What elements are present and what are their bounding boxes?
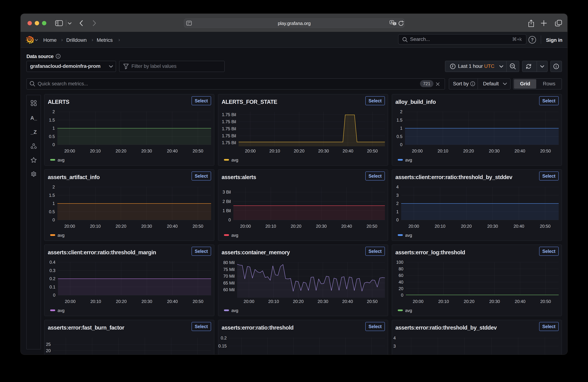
svg-text:20:30: 20:30 (489, 149, 500, 153)
svg-text:80: 80 (399, 267, 403, 271)
svg-text:70 Mil: 70 Mil (223, 274, 235, 279)
svg-text:3: 3 (396, 193, 399, 198)
svg-text:20:40: 20:40 (342, 149, 353, 153)
svg-text:1: 1 (52, 126, 55, 131)
svg-text:2 Bil: 2 Bil (223, 199, 231, 204)
svg-text:20:40: 20:40 (167, 299, 178, 304)
svg-text:20:00: 20:00 (64, 224, 75, 229)
svg-text:1: 1 (52, 201, 55, 206)
svg-text:20:00: 20:00 (245, 149, 256, 153)
svg-text:20:30: 20:30 (316, 224, 327, 229)
svg-text:20:40: 20:40 (342, 299, 353, 304)
svg-text:2: 2 (52, 109, 55, 114)
svg-text:20: 20 (399, 286, 403, 291)
svg-text:25: 25 (46, 342, 51, 347)
svg-text:20:30: 20:30 (142, 299, 152, 304)
svg-text:avg: avg (405, 233, 412, 238)
svg-text:1.75 Bil: 1.75 Bil (222, 140, 236, 145)
svg-text:1.5: 1.5 (49, 193, 55, 198)
svg-text:20:40: 20:40 (514, 149, 525, 153)
svg-text:20:20: 20:20 (293, 299, 304, 304)
svg-text:20:00: 20:00 (65, 299, 76, 304)
svg-text:20:00: 20:00 (412, 149, 422, 153)
svg-text:20:30: 20:30 (489, 299, 500, 304)
svg-text:20:10: 20:10 (435, 224, 445, 229)
svg-text:20:50: 20:50 (540, 149, 551, 153)
svg-text:20:30: 20:30 (141, 149, 152, 153)
svg-text:20:20: 20:20 (116, 149, 126, 153)
svg-text:?: ? (531, 37, 534, 42)
svg-text:20:10: 20:10 (438, 299, 449, 304)
svg-text:40: 40 (399, 280, 403, 285)
svg-text:0: 0 (401, 293, 403, 298)
svg-text:75 Mil: 75 Mil (223, 267, 235, 272)
svg-text:60 Mil: 60 Mil (223, 287, 235, 292)
svg-text:20:50: 20:50 (540, 299, 551, 304)
svg-text:20:00: 20:00 (240, 224, 251, 229)
svg-text:1.5: 1.5 (397, 117, 402, 122)
svg-text:20:50: 20:50 (193, 299, 203, 304)
svg-text:avg: avg (58, 157, 64, 162)
svg-text:1: 1 (396, 209, 399, 214)
svg-text:avg: avg (405, 157, 412, 162)
svg-text:0: 0 (400, 142, 402, 147)
svg-text:60: 60 (399, 273, 403, 278)
svg-text:20:10: 20:10 (90, 299, 101, 304)
svg-text:1 Bil: 1 Bil (223, 208, 231, 213)
svg-text:1.5: 1.5 (49, 117, 55, 122)
svg-text:20:30: 20:30 (487, 224, 498, 229)
svg-text:0: 0 (52, 217, 55, 222)
svg-text:1.75 Bil: 1.75 Bil (222, 126, 236, 131)
svg-text:4: 4 (393, 336, 396, 340)
svg-text:20:20: 20:20 (116, 299, 126, 304)
svg-text:avg: avg (231, 233, 238, 238)
svg-text:20:20: 20:20 (116, 224, 126, 229)
svg-text:20:40: 20:40 (167, 224, 178, 229)
svg-text:avg: avg (231, 308, 238, 313)
svg-text:20:10: 20:10 (269, 149, 280, 153)
svg-text:20:30: 20:30 (317, 299, 328, 304)
svg-text:20:40: 20:40 (341, 224, 352, 229)
svg-text:0.5: 0.5 (49, 209, 55, 214)
svg-text:20:00: 20:00 (413, 299, 423, 304)
svg-text:20:00: 20:00 (244, 299, 254, 304)
svg-text:80 Mil: 80 Mil (223, 260, 235, 265)
svg-text:avg: avg (231, 157, 238, 162)
svg-text:0: 0 (229, 217, 231, 222)
svg-text:20:40: 20:40 (514, 224, 524, 229)
svg-text:20:30: 20:30 (141, 224, 152, 229)
svg-text:1.75 Bil: 1.75 Bil (222, 112, 236, 117)
svg-text:1: 1 (400, 126, 402, 131)
svg-text:2: 2 (52, 185, 55, 189)
svg-text:20:00: 20:00 (408, 224, 419, 229)
svg-text:20: 20 (46, 348, 51, 353)
svg-text:20:50: 20:50 (367, 224, 377, 229)
svg-text:20:40: 20:40 (167, 149, 178, 153)
svg-text:100: 100 (396, 260, 403, 265)
svg-text:20:50: 20:50 (193, 149, 203, 153)
svg-text:0: 0 (396, 217, 399, 222)
svg-text:20:20: 20:20 (294, 149, 304, 153)
svg-text:1.75 Bil: 1.75 Bil (222, 119, 236, 124)
svg-text:avg: avg (405, 308, 412, 313)
svg-text:20:20: 20:20 (464, 299, 475, 304)
svg-text:0.1: 0.1 (49, 285, 55, 289)
svg-text:20:00: 20:00 (64, 149, 75, 153)
svg-text:avg: avg (58, 233, 64, 238)
svg-text:0.5: 0.5 (397, 134, 402, 139)
svg-text:20:10: 20:10 (268, 299, 279, 304)
svg-text:0: 0 (52, 142, 55, 147)
svg-text:0.2: 0.2 (221, 336, 227, 340)
svg-text:1.75 Bil: 1.75 Bil (222, 133, 236, 138)
svg-text:0.5: 0.5 (49, 134, 55, 139)
svg-text:A: A (391, 21, 393, 24)
svg-text:0: 0 (53, 293, 55, 298)
svg-text:20:10: 20:10 (90, 149, 101, 153)
svg-text:0.4: 0.4 (49, 260, 55, 265)
svg-text:20:50: 20:50 (193, 224, 203, 229)
svg-text:20:10: 20:10 (90, 224, 101, 229)
svg-text:20:20: 20:20 (291, 224, 301, 229)
svg-text:20:30: 20:30 (318, 149, 329, 153)
svg-text:3 Bil: 3 Bil (223, 190, 231, 194)
svg-text:4: 4 (396, 185, 399, 189)
